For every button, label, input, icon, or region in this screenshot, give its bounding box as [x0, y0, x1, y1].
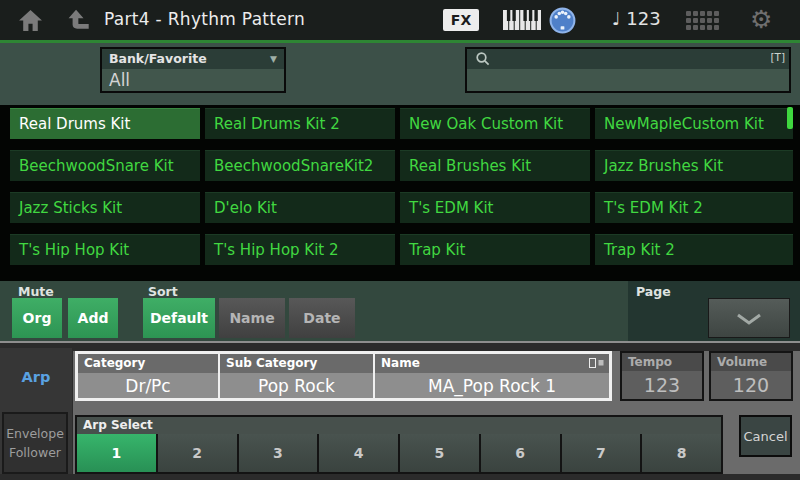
- sort-label: Sort: [148, 284, 178, 299]
- sort-name-button[interactable]: Name: [219, 298, 285, 338]
- kit-cell[interactable]: NewMapleCustom Kit: [595, 108, 793, 139]
- arp-slot-8[interactable]: 8: [640, 434, 721, 472]
- arp-slot-6[interactable]: 6: [479, 434, 560, 472]
- arp-volume-value: 120: [711, 371, 791, 399]
- arp-name-value: MA_Pop Rock 1: [375, 373, 609, 398]
- arp-sub-category-value: Pop Rock: [220, 373, 373, 398]
- arp-type-selector: Category Dr/Pc Sub Category Pop Rock Nam…: [75, 351, 612, 401]
- quarter-note-icon: ♩: [612, 8, 621, 29]
- kit-cell[interactable]: Real Drums Kit 2: [205, 108, 395, 139]
- cancel-button[interactable]: Cancel: [739, 415, 792, 457]
- kit-cell[interactable]: Jazz Sticks Kit: [10, 192, 200, 223]
- bank-favorite-value: All: [102, 69, 284, 91]
- kit-cell[interactable]: D'elo Kit: [205, 192, 395, 223]
- kit-cell[interactable]: New Oak Custom Kit: [400, 108, 590, 139]
- chevron-down-icon: [735, 313, 763, 326]
- search-value: [467, 69, 789, 91]
- kit-cell[interactable]: BeechwoodSnareKit2: [205, 150, 395, 181]
- keyboard-icon[interactable]: [501, 8, 543, 36]
- arp-slot-2[interactable]: 2: [156, 434, 237, 472]
- arp-slot-3[interactable]: 3: [237, 434, 318, 472]
- utility-gear-icon[interactable]: ⚙: [750, 3, 772, 37]
- arp-slot-5[interactable]: 5: [398, 434, 479, 472]
- list-pages-icon: [589, 358, 604, 368]
- arp-category-field[interactable]: Category Dr/Pc: [78, 354, 218, 398]
- kit-cell[interactable]: Real Drums Kit: [10, 108, 200, 139]
- sort-date-button[interactable]: Date: [289, 298, 355, 338]
- tab-arp[interactable]: Arp: [0, 352, 72, 402]
- mute-label: Mute: [18, 284, 54, 299]
- tempo-display[interactable]: ♩ 123: [612, 8, 661, 29]
- envelope-follower-button[interactable]: Envelope Follower: [2, 412, 68, 474]
- arp-name-label: Name: [381, 356, 420, 370]
- synth-touchscreen: Part4 - Rhythm Pattern FX: [0, 0, 800, 480]
- arp-sub-category-field[interactable]: Sub Category Pop Rock: [220, 354, 373, 398]
- sort-default-button[interactable]: Default: [143, 298, 215, 338]
- pad-grid-icon[interactable]: [686, 11, 719, 30]
- arp-slot-1[interactable]: 1: [77, 434, 156, 472]
- page-title: Part4 - Rhythm Pattern: [104, 9, 305, 29]
- mute-add-button[interactable]: Add: [68, 298, 118, 338]
- text-input-tag: [T]: [770, 51, 785, 63]
- kit-cell[interactable]: Trap Kit: [400, 234, 590, 265]
- kit-cell[interactable]: BeechwoodSnare Kit: [10, 150, 200, 181]
- kit-cell[interactable]: Jazz Brushes Kit: [595, 150, 793, 181]
- arp-slot-7[interactable]: 7: [560, 434, 641, 472]
- arp-select-label: Arp Select: [77, 417, 721, 434]
- tempo-value: 123: [626, 8, 660, 29]
- bank-favorite-label: Bank/Favorite: [109, 51, 207, 66]
- bottom-edge-strip: [0, 474, 800, 480]
- bank-favorite-dropdown[interactable]: Bank/Favorite ▼ All: [100, 47, 286, 93]
- list-scrollbar[interactable]: [787, 107, 793, 129]
- arp-tempo-label: Tempo: [622, 353, 702, 371]
- search-icon: [475, 51, 491, 67]
- arp-tempo-value: 123: [622, 371, 702, 399]
- home-icon[interactable]: [18, 9, 43, 36]
- page-dropdown-button[interactable]: [708, 298, 790, 338]
- mute-org-button[interactable]: Org: [12, 298, 62, 338]
- arp-tempo-field[interactable]: Tempo 123: [620, 351, 704, 401]
- kit-cell[interactable]: T's Hip Hop Kit 2: [205, 234, 395, 265]
- envelope-follower-line2: Follower: [4, 443, 66, 462]
- arp-volume-field[interactable]: Volume 120: [709, 351, 793, 401]
- envelope-follower-line1: Envelope: [4, 424, 66, 443]
- arp-select-block: Arp Select 1 2 3 4 5 6 7 8: [75, 415, 723, 474]
- arp-category-value: Dr/Pc: [78, 373, 218, 398]
- kit-cell[interactable]: Real Brushes Kit: [400, 150, 590, 181]
- kit-cell[interactable]: T's EDM Kit 2: [595, 192, 793, 223]
- kit-cell[interactable]: T's EDM Kit: [400, 192, 590, 223]
- dropdown-triangle-icon: ▼: [270, 54, 277, 64]
- midi-icon[interactable]: [548, 6, 577, 39]
- search-field[interactable]: [T]: [465, 47, 791, 93]
- arp-category-label: Category: [78, 354, 218, 373]
- exit-up-icon[interactable]: [68, 9, 91, 35]
- arp-name-field[interactable]: Name MA_Pop Rock 1: [375, 354, 609, 398]
- page-label: Page: [636, 284, 671, 299]
- kit-cell[interactable]: Trap Kit 2: [595, 234, 793, 265]
- arp-sub-category-label: Sub Category: [220, 354, 373, 373]
- fx-badge[interactable]: FX: [443, 9, 479, 31]
- arp-slot-4[interactable]: 4: [317, 434, 398, 472]
- kit-cell[interactable]: T's Hip Hop Kit: [10, 234, 200, 265]
- arp-volume-label: Volume: [711, 353, 791, 371]
